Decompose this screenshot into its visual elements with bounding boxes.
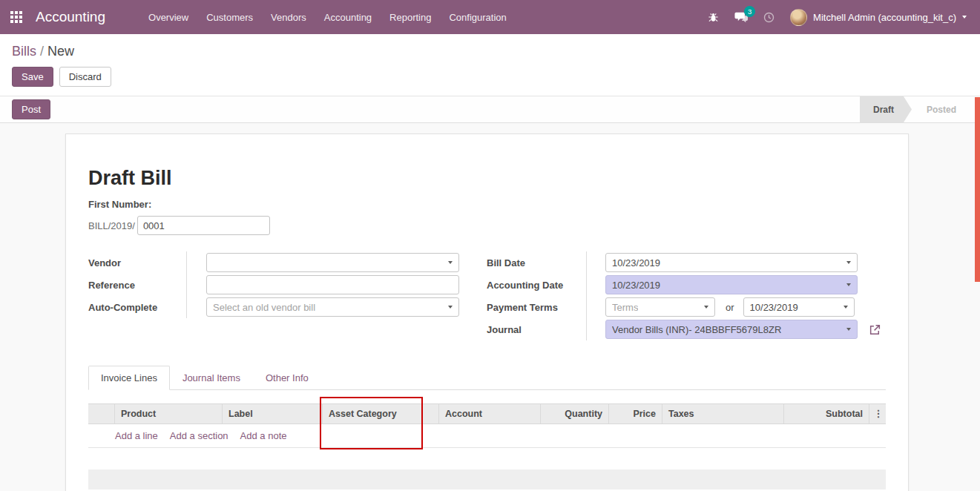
status-pipeline: Draft Posted <box>860 96 971 122</box>
caret-down-icon <box>846 328 851 331</box>
col-header-price: Price <box>609 404 662 424</box>
nav-item-overview[interactable]: Overview <box>139 7 197 27</box>
autocomplete-label: Auto-Complete <box>88 296 187 318</box>
form-sheet: Draft Bill First Number: BILL/2019/ Vend… <box>65 134 909 491</box>
nav-item-accounting[interactable]: Accounting <box>315 7 381 27</box>
bill-number-prefix: BILL/2019/ <box>88 220 135 231</box>
right-field-group: Bill Date 10/23/2019 Accounting Date 10/… <box>487 251 886 340</box>
col-header-taxes: Taxes <box>662 404 784 424</box>
accounting-date-value: 10/23/2019 <box>612 280 660 291</box>
col-header-handle <box>88 404 115 424</box>
left-field-group: Vendor Reference Auto-Complete <box>88 251 459 340</box>
caret-down-icon <box>962 16 967 19</box>
notebook-tabs: Invoice Lines Journal Items Other Info <box>88 366 886 390</box>
control-panel-buttons: Save Discard <box>0 59 980 96</box>
col-header-product: Product <box>115 404 223 424</box>
nav-item-customers[interactable]: Customers <box>197 7 262 27</box>
breadcrumb-bills-link[interactable]: Bills <box>12 44 36 59</box>
invoice-lines-table: Product Label Asset Category Account Qua… <box>88 403 886 448</box>
payment-due-date-select[interactable]: 10/23/2019 <box>743 297 855 317</box>
first-number-label: First Number: <box>88 199 886 210</box>
vendor-label: Vendor <box>88 251 187 274</box>
col-header-account: Account <box>439 404 541 424</box>
discard-button[interactable]: Discard <box>59 67 111 87</box>
toggle-columns-icon[interactable]: ⋮ <box>869 404 887 424</box>
nav-item-reporting[interactable]: Reporting <box>381 7 440 27</box>
journal-label: Journal <box>487 318 587 340</box>
caret-down-icon <box>846 261 851 264</box>
col-header-asset-category: Asset Category <box>323 404 439 424</box>
col-header-label: Label <box>223 404 323 424</box>
vendor-select[interactable] <box>206 253 459 272</box>
totals-placeholder <box>88 469 886 490</box>
payment-terms-select[interactable]: Terms <box>605 297 715 317</box>
caret-down-icon <box>846 283 851 286</box>
add-a-section-link[interactable]: Add a section <box>170 430 228 441</box>
app-name[interactable]: Accounting <box>36 9 105 25</box>
main-menu: Overview Customers Vendors Accounting Re… <box>139 7 516 27</box>
user-name: Mitchell Admin (accounting_kit_c) <box>813 12 956 23</box>
accounting-date-select[interactable]: 10/23/2019 <box>605 275 858 294</box>
accounting-date-label: Accounting Date <box>487 274 587 296</box>
breadcrumb-separator: / <box>40 44 44 59</box>
form-statusbar: Post Draft Posted <box>0 96 980 123</box>
caret-down-icon <box>843 306 848 309</box>
page-title: Draft Bill <box>88 167 886 190</box>
activities-icon[interactable] <box>763 12 775 23</box>
tab-other-info[interactable]: Other Info <box>253 366 321 390</box>
reference-label: Reference <box>88 274 187 296</box>
payment-terms-placeholder: Terms <box>612 302 638 313</box>
scroll-indicator[interactable] <box>975 97 980 282</box>
autocomplete-select[interactable]: Select an old vendor bill <box>206 297 459 317</box>
caret-down-icon <box>448 261 453 264</box>
journal-value: Vendor Bills (INR)- 24BBBFF5679L8ZR <box>612 324 781 335</box>
save-button[interactable]: Save <box>12 67 53 87</box>
reference-input[interactable] <box>206 275 459 294</box>
caret-down-icon <box>704 306 708 309</box>
message-count-badge: 3 <box>744 6 755 17</box>
user-menu[interactable]: Mitchell Admin (accounting_kit_c) <box>790 9 967 26</box>
nav-item-configuration[interactable]: Configuration <box>440 7 515 27</box>
bill-date-value: 10/23/2019 <box>612 257 660 268</box>
bill-number-row: BILL/2019/ <box>88 216 886 235</box>
caret-down-icon <box>448 306 453 309</box>
col-header-subtotal: Subtotal <box>784 404 869 424</box>
nav-item-vendors[interactable]: Vendors <box>262 7 315 27</box>
external-link-icon[interactable] <box>869 323 881 336</box>
notebook: Invoice Lines Journal Items Other Info P… <box>88 366 886 490</box>
breadcrumb: Bills/New <box>0 34 980 59</box>
table-add-links-row: Add a line Add a section Add a note <box>88 424 886 448</box>
avatar <box>790 9 807 26</box>
systray: 3 Mitchell Admin (accounting_kit_c) <box>708 9 967 26</box>
field-groups: Vendor Reference Auto-Complete <box>88 251 886 340</box>
or-label: or <box>726 302 734 313</box>
bill-number-input[interactable] <box>137 216 270 235</box>
autocomplete-placeholder: Select an old vendor bill <box>213 302 315 313</box>
control-panel: Bills/New Save Discard <box>0 34 980 96</box>
breadcrumb-current: New <box>47 44 74 59</box>
add-a-line-link[interactable]: Add a line <box>115 430 158 441</box>
journal-select[interactable]: Vendor Bills (INR)- 24BBBFF5679L8ZR <box>605 320 858 339</box>
status-stage-draft[interactable]: Draft <box>860 96 912 122</box>
status-stage-posted[interactable]: Posted <box>912 96 971 122</box>
tab-invoice-lines[interactable]: Invoice Lines <box>88 366 170 390</box>
table-header-row: Product Label Asset Category Account Qua… <box>88 403 886 424</box>
top-navbar: Accounting Overview Customers Vendors Ac… <box>0 0 980 34</box>
payment-terms-label: Payment Terms <box>487 296 587 318</box>
tab-journal-items[interactable]: Journal Items <box>170 366 253 390</box>
post-button[interactable]: Post <box>12 99 50 119</box>
add-a-note-link[interactable]: Add a note <box>240 430 287 441</box>
bill-date-select[interactable]: 10/23/2019 <box>605 253 858 272</box>
bill-date-label: Bill Date <box>487 251 587 274</box>
col-header-quantity: Quantity <box>541 404 609 424</box>
apps-grid-icon[interactable] <box>10 11 22 23</box>
payment-due-date-value: 10/23/2019 <box>750 302 798 313</box>
debug-icon[interactable] <box>708 12 719 23</box>
messages-icon[interactable]: 3 <box>734 12 748 23</box>
